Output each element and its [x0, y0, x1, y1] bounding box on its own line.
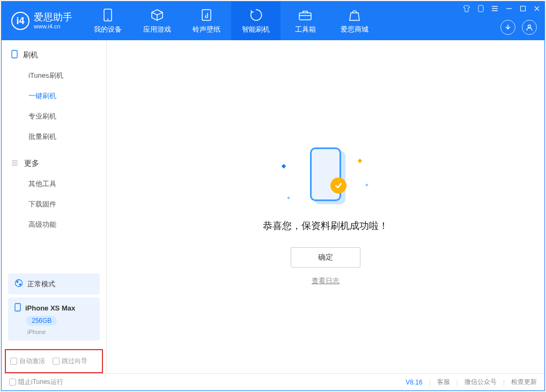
phone-icon	[11, 50, 18, 60]
tab-smart-flash[interactable]: 智能刷机	[231, 2, 281, 40]
device-capacity-badge: 256GB	[26, 316, 57, 326]
sidebar-item-pro-flash[interactable]: 专业刷机	[2, 106, 106, 127]
footer: 阻止iTunes运行 V8.16 | 客服 | 微信公众号 | 检查更新	[2, 373, 544, 390]
tab-label: 我的设备	[94, 25, 122, 34]
device-name-label: iPhone XS Max	[25, 305, 75, 312]
sidebar-item-other-tools[interactable]: 其他工具	[2, 174, 106, 194]
svg-rect-3	[299, 13, 311, 20]
svg-rect-2	[202, 10, 211, 20]
support-link[interactable]: 客服	[437, 378, 450, 387]
device-mode[interactable]: 正常模式	[8, 273, 100, 294]
svg-point-6	[528, 25, 531, 28]
close-button[interactable]	[534, 5, 540, 12]
tab-label: 铃声壁纸	[193, 25, 220, 34]
wechat-link[interactable]: 微信公众号	[464, 378, 497, 387]
tab-label: 应用游戏	[143, 25, 171, 34]
logo-icon: i4	[11, 12, 29, 30]
success-message: 恭喜您，保资料刷机成功啦！	[263, 219, 388, 232]
block-itunes-checkbox[interactable]: 阻止iTunes运行	[9, 378, 63, 387]
svg-rect-4	[478, 5, 483, 12]
sidebar-section-more: 更多	[2, 159, 106, 174]
section-title: 刷机	[23, 50, 38, 60]
mode-icon	[14, 279, 23, 289]
sidebar-item-download-firmware[interactable]: 下载固件	[2, 194, 106, 215]
app-subtitle: www.i4.cn	[34, 23, 72, 29]
sidebar: 刷机 iTunes刷机 一键刷机 专业刷机 批量刷机 更多 其他工具 下载固件 …	[2, 40, 107, 373]
svg-point-9	[17, 281, 19, 283]
nav-tabs: 我的设备 应用游戏 铃声壁纸 智能刷机 工具箱 爱思商城	[83, 2, 379, 40]
device-icon	[14, 303, 21, 313]
toolbox-icon	[298, 8, 312, 22]
checkbox-label: 阻止iTunes运行	[18, 378, 63, 387]
sparkle-icon	[282, 164, 286, 168]
sidebar-item-batch-flash[interactable]: 批量刷机	[2, 127, 106, 147]
svg-point-10	[19, 284, 21, 286]
user-button[interactable]	[522, 20, 537, 35]
sparkle-icon	[287, 196, 290, 199]
tab-label: 爱思商城	[341, 25, 368, 34]
app-title: 爱思助手	[34, 12, 72, 23]
body: 刷机 iTunes刷机 一键刷机 专业刷机 批量刷机 更多 其他工具 下载固件 …	[2, 40, 544, 373]
cube-icon	[150, 8, 164, 22]
sparkle-icon	[365, 183, 368, 187]
list-icon	[11, 159, 19, 168]
device-icon	[101, 8, 115, 22]
tab-toolbox[interactable]: 工具箱	[281, 2, 330, 40]
sidebar-item-itunes-flash[interactable]: iTunes刷机	[2, 65, 106, 86]
svg-point-8	[16, 280, 23, 287]
tab-apps-games[interactable]: 应用游戏	[132, 2, 182, 40]
window-controls	[463, 5, 540, 12]
tab-ringtone-wallpaper[interactable]: 铃声壁纸	[182, 2, 231, 40]
view-log-link[interactable]: 查看日志	[312, 276, 340, 286]
maximize-button[interactable]	[520, 5, 526, 12]
tshirt-icon[interactable]	[463, 5, 470, 12]
sidebar-item-oneclick-flash[interactable]: 一键刷机	[2, 86, 106, 106]
sidebar-item-advanced[interactable]: 高级功能	[2, 215, 106, 235]
skip-guide-checkbox[interactable]: 跳过向导	[53, 357, 87, 366]
mode-label: 正常模式	[27, 279, 55, 289]
device-type: iPhone	[27, 329, 93, 335]
svg-rect-11	[15, 304, 20, 311]
success-illustration	[307, 147, 344, 205]
device-info[interactable]: iPhone XS Max 256GB iPhone	[8, 298, 100, 341]
bag-icon	[348, 8, 361, 22]
phone-small-icon[interactable]	[478, 5, 484, 12]
minimize-button[interactable]	[506, 5, 512, 12]
version-label: V8.16	[405, 379, 422, 386]
menu-icon[interactable]	[491, 5, 498, 12]
check-badge-icon	[330, 177, 346, 194]
section-title: 更多	[24, 159, 39, 168]
checkbox-label: 自动激活	[19, 357, 45, 366]
header: i4 爱思助手 www.i4.cn 我的设备 应用游戏 铃声壁纸 智能刷机	[2, 2, 544, 40]
shield-refresh-icon	[249, 8, 263, 22]
tab-store[interactable]: 爱思商城	[330, 2, 379, 40]
sidebar-section-flash: 刷机	[2, 50, 106, 65]
logo: i4 爱思助手 www.i4.cn	[2, 12, 83, 30]
tab-label: 智能刷机	[242, 25, 270, 34]
device-panel: 正常模式 iPhone XS Max 256GB iPhone	[8, 273, 100, 341]
music-file-icon	[200, 8, 213, 22]
highlighted-options: 自动激活 跳过向导	[5, 349, 103, 373]
check-update-link[interactable]: 检查更新	[511, 378, 537, 387]
checkbox-label: 跳过向导	[62, 357, 87, 366]
header-right	[500, 20, 537, 35]
svg-rect-7	[12, 50, 17, 58]
tab-my-device[interactable]: 我的设备	[83, 2, 132, 40]
auto-activate-checkbox[interactable]: 自动激活	[10, 357, 45, 366]
svg-rect-5	[521, 6, 526, 11]
tab-label: 工具箱	[295, 25, 316, 34]
ok-button[interactable]: 确定	[291, 247, 360, 268]
app-window: i4 爱思助手 www.i4.cn 我的设备 应用游戏 铃声壁纸 智能刷机	[1, 1, 545, 391]
svg-point-1	[107, 18, 108, 19]
sparkle-icon	[358, 159, 362, 163]
main-content: 恭喜您，保资料刷机成功啦！ 确定 查看日志	[107, 40, 544, 373]
download-button[interactable]	[500, 20, 515, 35]
